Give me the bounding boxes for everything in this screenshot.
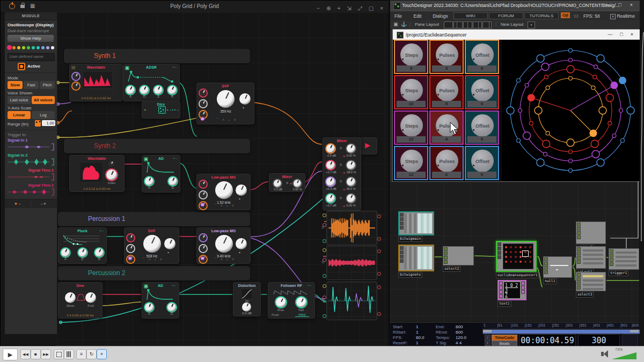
timeline-scroll-handle-right[interactable] <box>630 330 639 333</box>
follow-fall-knob[interactable] <box>296 297 306 307</box>
env-knob-A[interactable] <box>61 248 70 257</box>
mode-fast[interactable]: Fast <box>24 81 39 89</box>
node-label[interactable]: select2 <box>443 266 460 272</box>
mode-segmented[interactable]: SlowFastPitch <box>7 81 55 89</box>
module-wavetable1[interactable]: Wavetable▤1:4 0.01 st ± 0.42 Hz <box>69 64 123 101</box>
euclid-cell-steps-row0[interactable]: Steps8 <box>394 40 428 74</box>
yaxis-linear[interactable]: Linear <box>8 111 31 119</box>
module-mixs[interactable]: Mixer0.0 dBS◂0.00 % <box>269 173 305 192</box>
euclid-cell-steps-row3[interactable]: Steps12 <box>394 146 428 180</box>
bw-ctl-0[interactable]: − <box>317 5 320 11</box>
node-body[interactable] <box>496 241 537 272</box>
euclid-cell-steps-row1[interactable]: Steps10 <box>394 75 428 109</box>
pane-layout-preset-4[interactable] <box>482 21 492 28</box>
osc-knob-1[interactable] <box>72 73 79 80</box>
euclid-cell-offset-row3[interactable]: Offset0 <box>465 146 499 180</box>
euclid-titlebar[interactable]: /project1/EuclideanSequencer —□× <box>393 29 640 40</box>
node-flags[interactable] <box>577 247 581 264</box>
menu-edit[interactable]: Edit <box>414 13 422 19</box>
scope-in-port-2[interactable] <box>323 314 326 318</box>
node-label[interactable]: bitwigmain <box>398 236 422 242</box>
td-close-button[interactable]: × <box>630 2 633 8</box>
node-select2[interactable]: select2 <box>443 246 474 272</box>
node-label[interactable]: null1 <box>543 278 557 284</box>
module-mixer[interactable]: Mixer-2.9 dBS◂6.00 %+1.7 dBS◂-38.0 %+0.3… <box>323 137 361 211</box>
voice-all-voices[interactable]: All voices <box>32 96 55 104</box>
oi-indicator[interactable]: O|I <box>561 12 570 18</box>
filter-cutoff-knob[interactable] <box>217 90 235 108</box>
show-help-button[interactable]: Show Help <box>8 35 54 42</box>
env-knob-D[interactable] <box>140 86 149 94</box>
scope-out-port-0[interactable] <box>377 215 381 218</box>
mixer-ch2-level-knob[interactable] <box>326 178 335 186</box>
euclid-minimize-button[interactable]: — <box>608 32 612 37</box>
filter-res-knob[interactable] <box>236 238 247 249</box>
bw-ctl-4[interactable]: ⤢ <box>358 5 362 11</box>
stop-button[interactable]: ■ <box>31 349 41 359</box>
osc-knob-2[interactable] <box>72 83 79 90</box>
module-pluck1[interactable]: Pluck•→ADR <box>58 227 107 264</box>
polygrid-canvas[interactable]: Synth 1Synth 2Percussion 1Percussion 2 W… <box>57 12 389 346</box>
module-foll1[interactable]: Follower RF•→RiseFallPeakRMS <box>268 282 315 319</box>
mixer-ch0-level-knob[interactable] <box>326 144 335 153</box>
bitwig-window-controls[interactable]: −⊕+⇲⤢▢× <box>310 3 383 12</box>
node-flags-right[interactable] <box>521 282 525 294</box>
scope-out-port-1[interactable] <box>377 237 381 241</box>
timeline-scrollbar[interactable] <box>482 329 640 334</box>
env-knob-A[interactable] <box>145 177 153 186</box>
euclid-close-button[interactable]: × <box>631 32 633 37</box>
node-flags[interactable] <box>544 257 548 275</box>
list-button[interactable]: ≡ <box>76 349 86 359</box>
scope-in-port-0[interactable] <box>323 248 326 252</box>
menubtn-wiki[interactable]: WIKI <box>453 12 488 19</box>
node-body[interactable] <box>398 245 434 271</box>
node-body[interactable] <box>398 211 434 235</box>
osc-index-knob[interactable] <box>106 169 117 180</box>
module-ad2[interactable]: ADA•→AD <box>142 282 179 319</box>
env-knob-A[interactable] <box>126 86 135 94</box>
env-knob-R[interactable] <box>168 86 177 94</box>
node-flags[interactable] <box>400 213 404 230</box>
env-knob-D[interactable] <box>167 303 176 312</box>
mode-slow[interactable]: Slow <box>8 81 23 89</box>
range-stepper[interactable]: ▲▼ <box>35 120 41 127</box>
color-palette[interactable] <box>7 45 55 50</box>
timeline-right-button[interactable] <box>622 334 638 347</box>
new-layout-add-button[interactable]: + <box>528 21 535 28</box>
scope-out-port-1[interactable] <box>377 312 381 316</box>
mixer-ch1-level-knob[interactable] <box>326 161 335 169</box>
node-body[interactable]: 1 0 2 32 <box>497 280 526 300</box>
module-lpmg2[interactable]: Low-pass MG9.40 kHz▲⌒ ∧ ⌄ ∨♒ <box>196 227 251 264</box>
euclid-knob-offset[interactable]: Offset <box>471 43 494 66</box>
env-knob-D[interactable] <box>169 177 177 186</box>
color-dot-5[interactable] <box>32 46 35 49</box>
node-select3[interactable]: select3 <box>576 272 606 298</box>
color-dot-9[interactable] <box>51 46 54 49</box>
skip-back-button[interactable]: ◀◀ <box>20 349 31 359</box>
mix-db-knob[interactable] <box>274 180 281 187</box>
scope-out-port-0[interactable] <box>377 285 381 289</box>
user-name-input[interactable]: User-defined name <box>8 53 55 61</box>
node-bitwignote[interactable]: bitwignote <box>398 245 434 278</box>
node-flags[interactable] <box>444 247 448 264</box>
td-network-editor[interactable]: bitwigmainbitwignoteselect2euclideansequ… <box>390 182 639 322</box>
mixer-ch1-pan-knob[interactable] <box>347 161 355 169</box>
node-null1[interactable]: null1 <box>543 256 572 284</box>
mixer-button[interactable] <box>64 349 74 359</box>
realtime-toggle[interactable]: × Realtime <box>610 13 635 19</box>
range-value-field[interactable]: 1.00 <box>42 120 55 126</box>
euclid-knob-steps[interactable]: Steps <box>400 150 423 172</box>
node-flags[interactable] <box>577 273 581 290</box>
filter-mini-1[interactable] <box>127 245 134 252</box>
node-flags[interactable] <box>497 242 501 260</box>
module-lpmg1[interactable]: Low-pass MG1.52 kHz▲⌒ ∧ ⌄ ∨♒ <box>196 174 251 210</box>
node-flags[interactable] <box>499 282 503 299</box>
pane-layout-preset-2[interactable] <box>463 21 472 28</box>
sine-skew-knob[interactable] <box>65 292 76 303</box>
bw-ctl-3[interactable]: ⇲ <box>347 5 351 11</box>
env-knob-D[interactable] <box>78 248 87 257</box>
menu-file[interactable]: File <box>394 13 402 19</box>
node-label[interactable]: euclideansequencer1 <box>496 272 539 278</box>
menubtn-forum[interactable]: FORUM <box>489 12 523 19</box>
menu-dialogs[interactable]: Dialogs <box>433 13 448 19</box>
